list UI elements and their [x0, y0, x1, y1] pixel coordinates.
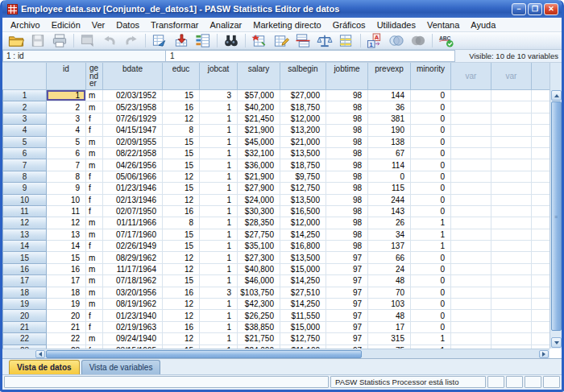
cell-jobcat-row6[interactable]: 1 [200, 148, 238, 159]
cell-gender-row4[interactable]: f [86, 125, 103, 136]
cell-gender-row7[interactable]: m [86, 159, 103, 171]
cell-jobcat-row17[interactable]: 1 [200, 275, 238, 287]
row-header-9[interactable]: 9 [2, 183, 47, 194]
row-header-5[interactable]: 5 [2, 137, 47, 148]
tab-variable-view[interactable]: Vista de variables [81, 360, 161, 374]
cell-prevexp-row9[interactable]: 115 [368, 183, 411, 194]
cell-jobcat-row7[interactable]: 1 [200, 159, 238, 171]
cell-bdate-row17[interactable]: 07/18/1962 [103, 275, 163, 287]
cell-minority-row8[interactable]: 0 [411, 171, 451, 183]
cell-var-row2[interactable] [451, 101, 491, 113]
cell-jobcat-row20[interactable]: 1 [200, 310, 238, 321]
column-header-var[interactable]: var [491, 63, 532, 90]
cell-var-row9[interactable] [491, 183, 532, 194]
cell-educ-row22[interactable]: 12 [163, 333, 200, 345]
use-variable-sets-button[interactable] [386, 32, 407, 49]
cell-jobtime-row5[interactable]: 98 [326, 137, 368, 148]
cell-jobcat-row9[interactable]: 1 [200, 183, 238, 194]
row-header-2[interactable]: 2 [2, 101, 47, 113]
cell-salbegin-row5[interactable]: $21,000 [280, 137, 326, 148]
cell-editor[interactable]: 1 [166, 50, 455, 62]
cell-salbegin-row21[interactable]: $15,000 [280, 322, 326, 333]
cell-prevexp-row7[interactable]: 114 [368, 159, 411, 171]
cell-educ-row7[interactable]: 15 [163, 159, 200, 171]
cell-var-row10[interactable] [491, 195, 532, 206]
cell-salbegin-row18[interactable]: $27,510 [280, 287, 326, 299]
cell-var-row17[interactable] [451, 275, 491, 287]
cell-id-row3[interactable]: 3 [47, 113, 86, 125]
cell-salbegin-row3[interactable]: $12,000 [280, 113, 326, 125]
spell-check-button[interactable]: ABC [436, 32, 457, 49]
cell-reference[interactable]: 1 : id [2, 50, 166, 62]
cell-salary-row3[interactable]: $21,450 [238, 113, 280, 125]
cell-jobcat-row10[interactable]: 1 [200, 195, 238, 206]
cell-gender-row22[interactable]: m [86, 333, 103, 345]
cell-gender-row20[interactable]: f [86, 310, 103, 321]
cell-id-row16[interactable]: 16 [47, 264, 86, 275]
cell-jobcat-row2[interactable]: 1 [200, 101, 238, 113]
cell-jobtime-row17[interactable]: 97 [326, 275, 368, 287]
cell-jobtime-row11[interactable]: 98 [326, 206, 368, 217]
cell-salary-row10[interactable]: $24,000 [238, 195, 280, 206]
cell-id-row5[interactable]: 5 [47, 137, 86, 148]
cell-jobtime-row20[interactable]: 97 [326, 310, 368, 321]
cell-salary-row2[interactable]: $40,200 [238, 101, 280, 113]
row-header-10[interactable]: 10 [2, 195, 47, 206]
open-data-button[interactable] [6, 32, 27, 49]
column-header-bdate[interactable]: bdate [103, 63, 163, 90]
row-header-20[interactable]: 20 [2, 310, 47, 321]
cell-bdate-row21[interactable]: 02/19/1963 [103, 322, 163, 333]
cell-salary-row16[interactable]: $40,800 [238, 264, 280, 275]
cell-gender-row12[interactable]: m [86, 217, 103, 229]
scroll-left-button[interactable] [35, 350, 45, 358]
cell-salbegin-row8[interactable]: $9,750 [280, 171, 326, 183]
cell-gender-row9[interactable]: f [86, 183, 103, 194]
column-header-prevexp[interactable]: prevexp [368, 63, 411, 90]
cell-bdate-row13[interactable]: 07/17/1960 [103, 229, 163, 241]
row-header-11[interactable]: 11 [2, 206, 47, 217]
undo-button[interactable] [99, 32, 120, 49]
cell-gender-row5[interactable]: m [86, 137, 103, 148]
cell-minority-row16[interactable]: 0 [411, 264, 451, 275]
cell-var-row18[interactable] [491, 287, 532, 299]
column-header-educ[interactable]: educ [163, 63, 200, 90]
weight-cases-button[interactable] [314, 32, 335, 49]
cell-salary-row14[interactable]: $35,100 [238, 241, 280, 252]
cell-minority-row5[interactable]: 0 [411, 137, 451, 148]
cell-educ-row18[interactable]: 16 [163, 287, 200, 299]
menu-ventana[interactable]: Ventana [421, 19, 465, 31]
cell-id-row19[interactable]: 19 [47, 299, 86, 310]
cell-var-row12[interactable] [451, 217, 491, 229]
cell-prevexp-row16[interactable]: 24 [368, 264, 411, 275]
cell-minority-row3[interactable]: 0 [411, 113, 451, 125]
variables-button[interactable] [193, 32, 214, 49]
show-all-variables-button[interactable] [408, 32, 429, 49]
row-header-7[interactable]: 7 [2, 159, 47, 171]
cell-jobcat-row15[interactable]: 1 [200, 252, 238, 263]
cell-bdate-row9[interactable]: 01/23/1946 [103, 183, 163, 194]
row-header-22[interactable]: 22 [2, 333, 47, 345]
cell-bdate-row5[interactable]: 02/09/1955 [103, 137, 163, 148]
cell-var-row15[interactable] [451, 252, 491, 263]
cell-gender-row17[interactable]: m [86, 275, 103, 287]
cell-gender-row6[interactable]: m [86, 148, 103, 159]
cell-prevexp-row22[interactable]: 315 [368, 333, 411, 345]
cell-salbegin-row14[interactable]: $16,800 [280, 241, 326, 252]
cell-educ-row8[interactable]: 12 [163, 171, 200, 183]
cell-id-row4[interactable]: 4 [47, 125, 86, 136]
cell-jobtime-row9[interactable]: 98 [326, 183, 368, 194]
cell-bdate-row7[interactable]: 04/26/1956 [103, 159, 163, 171]
cell-salary-row18[interactable]: $103,750 [238, 287, 280, 299]
cell-id-row9[interactable]: 9 [47, 183, 86, 194]
cell-salary-row20[interactable]: $26,250 [238, 310, 280, 321]
cell-var-row20[interactable] [491, 310, 532, 321]
row-header-19[interactable]: 19 [2, 299, 47, 310]
cell-prevexp-row10[interactable]: 244 [368, 195, 411, 206]
cell-minority-row11[interactable]: 0 [411, 206, 451, 217]
cell-var-row8[interactable] [491, 171, 532, 183]
cell-salary-row8[interactable]: $21,900 [238, 171, 280, 183]
cell-jobcat-row4[interactable]: 1 [200, 125, 238, 136]
row-header-15[interactable]: 15 [2, 252, 47, 263]
goto-case-button[interactable] [149, 32, 170, 49]
cell-prevexp-row2[interactable]: 36 [368, 101, 411, 113]
